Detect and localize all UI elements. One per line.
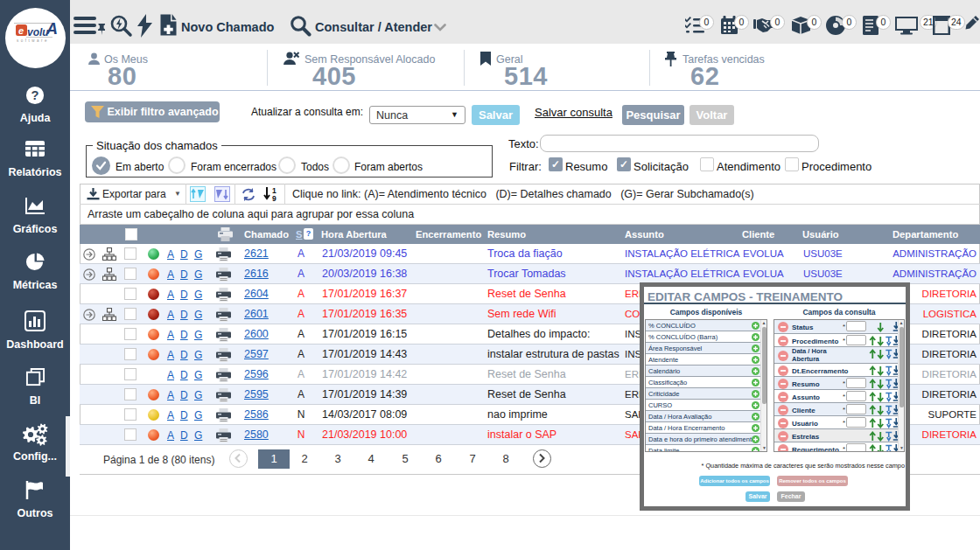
svg-text:?: ?	[32, 88, 39, 102]
svg-text:9: 9	[272, 194, 276, 202]
